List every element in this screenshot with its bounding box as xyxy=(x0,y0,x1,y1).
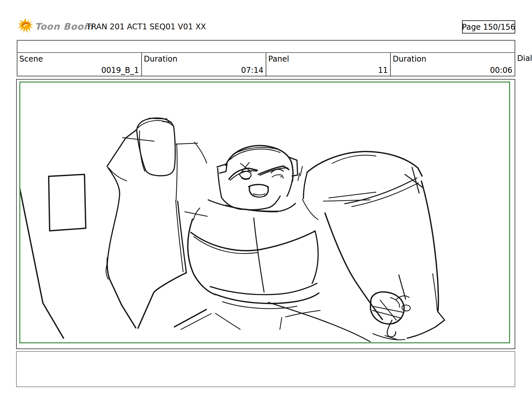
toonboom-logo-text: Toon Boom xyxy=(35,21,94,32)
toonboom-logo-icon xyxy=(18,18,33,34)
caption-box xyxy=(16,351,515,387)
storyboard-page: Toon Boom TRAN 201 ACT1 SEQ01 V01 XX Pag… xyxy=(0,0,532,411)
storyboard-panel-frame xyxy=(16,79,515,349)
sketch-robot-torso xyxy=(174,166,320,329)
sketch-left-arm xyxy=(106,118,186,328)
page-number-badge: Page 150/156 xyxy=(462,20,515,34)
panel-duration-label: Duration xyxy=(393,54,426,64)
scene-duration-value: 07:14 xyxy=(241,66,263,75)
scene-value: 0019_B_1 xyxy=(101,66,139,75)
panel-duration-cell: Duration 00:06 xyxy=(391,53,515,76)
dialogue-column-label: Dialogue xyxy=(517,54,532,63)
panel-number-label: Panel xyxy=(268,54,289,64)
storyboard-sketch xyxy=(20,83,509,342)
panel-number-cell: Panel 11 xyxy=(266,53,391,76)
sketch-background xyxy=(20,170,86,338)
panel-info-table: Scene 0019_B_1 Duration 07:14 Panel 11 D… xyxy=(17,40,515,76)
project-title: TRAN 201 ACT1 SEQ01 V01 XX xyxy=(86,22,206,31)
info-table-empty-row xyxy=(17,41,515,53)
scene-cell: Scene 0019_B_1 xyxy=(17,53,142,76)
scene-label: Scene xyxy=(19,54,43,64)
camera-frame-border xyxy=(19,82,510,343)
scene-duration-label: Duration xyxy=(144,54,177,64)
scene-duration-cell: Duration 07:14 xyxy=(142,53,266,76)
panel-duration-value: 00:06 xyxy=(490,66,512,75)
panel-number-value: 11 xyxy=(378,66,388,75)
sketch-right-arm xyxy=(268,152,445,342)
sketch-robot-head xyxy=(176,142,298,210)
info-table-row: Scene 0019_B_1 Duration 07:14 Panel 11 D… xyxy=(17,53,515,76)
